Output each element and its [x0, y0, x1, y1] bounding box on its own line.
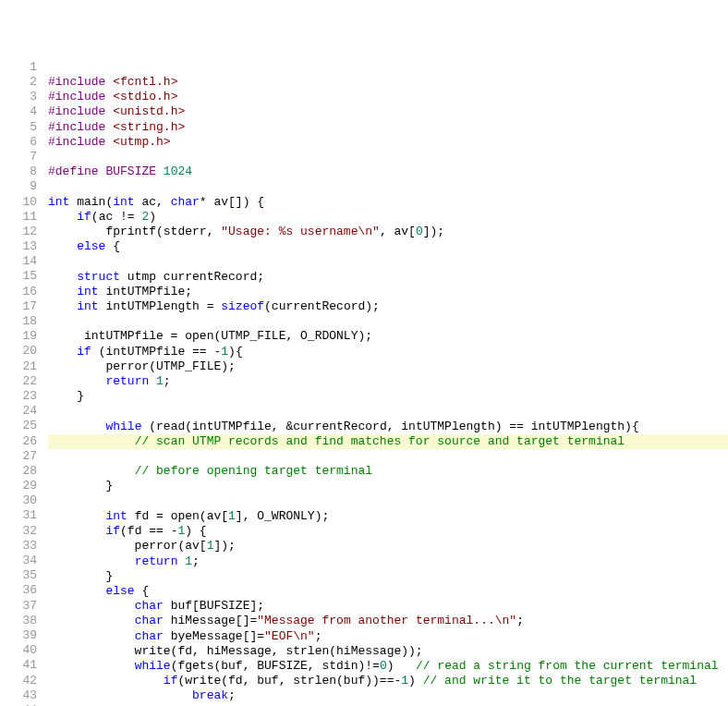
line-number: 25	[0, 419, 37, 433]
line-number: 21	[0, 359, 37, 374]
code-line: // before opening target terminal	[48, 464, 372, 478]
code-area[interactable]: #include <fcntl.h> #include <stdio.h> #i…	[48, 60, 728, 706]
code-line: int intUTMPlength = sizeof(currentRecord…	[48, 299, 380, 313]
code-line: #include <string.h>	[48, 120, 185, 134]
code-line: int main(int ac, char* av[]) {	[48, 195, 264, 209]
code-line: }	[48, 479, 113, 493]
line-number: 13	[0, 239, 37, 254]
line-number: 29	[0, 479, 37, 493]
code-line: fprintf(stderr, "Usage: %s username\n", …	[48, 225, 444, 238]
code-line-highlighted: // scan UTMP records and find matches fo…	[48, 434, 728, 449]
line-number: 39	[0, 628, 37, 643]
line-number: 26	[0, 434, 37, 449]
line-number: 43	[0, 688, 37, 703]
code-line: if (intUTMPfile == -1){	[48, 345, 243, 359]
code-line: else {	[48, 584, 149, 598]
code-line: char hiMessage[]="Message from another t…	[48, 614, 524, 627]
code-line: return 1;	[48, 374, 171, 388]
code-line: #include <stdio.h>	[48, 90, 177, 103]
code-line: if(ac != 2)	[48, 210, 156, 224]
code-line: if(fd == -1) {	[48, 524, 207, 538]
code-line: intUTMPfile = open(UTMP_FILE, O_RDONLY);	[48, 329, 372, 343]
line-number: 19	[0, 329, 37, 344]
line-number: 12	[0, 225, 37, 239]
code-line: }	[48, 569, 113, 583]
code-line: #define BUFSIZE 1024	[48, 164, 192, 178]
code-line: #include <unistd.h>	[48, 104, 185, 118]
line-number: 23	[0, 389, 37, 404]
line-number: 35	[0, 568, 37, 583]
code-line: struct utmp currentRecord;	[48, 270, 264, 284]
line-number: 24	[0, 404, 37, 419]
line-number: 40	[0, 643, 37, 658]
code-line: char buf[BUFSIZE];	[48, 599, 264, 613]
line-number: 6	[0, 135, 37, 150]
code-line: int fd = open(av[1], O_WRONLY);	[48, 509, 329, 523]
code-line: perror(UTMP_FILE);	[48, 359, 236, 373]
code-line: #include <fcntl.h>	[48, 75, 177, 89]
code-line: char byeMessage[]="EOF\n";	[48, 629, 322, 643]
line-number: 5	[0, 120, 37, 135]
line-number: 8	[0, 164, 37, 179]
line-number: 38	[0, 614, 37, 628]
line-number: 22	[0, 374, 37, 389]
line-number: 41	[0, 658, 37, 673]
code-line: break;	[48, 688, 236, 702]
code-line: while (read(intUTMPfile, &currentRecord,…	[48, 420, 639, 433]
line-number: 15	[0, 269, 37, 284]
line-number: 2	[0, 75, 37, 90]
line-number: 3	[0, 90, 37, 104]
code-editor[interactable]: 1234567891011121314151617181920212223242…	[0, 60, 728, 706]
line-number: 33	[0, 539, 37, 554]
code-line: int intUTMPfile;	[48, 285, 192, 298]
line-number: 34	[0, 554, 37, 568]
line-number: 37	[0, 599, 37, 614]
line-number: 28	[0, 464, 37, 479]
code-line: }	[48, 389, 84, 403]
line-number: 36	[0, 583, 37, 598]
line-number: 20	[0, 344, 37, 359]
line-number: 32	[0, 524, 37, 539]
code-line: while(fgets(buf, BUFSIZE, stdin)!=0) // …	[48, 659, 719, 673]
line-number-gutter: 1234567891011121314151617181920212223242…	[0, 60, 48, 706]
line-number: 27	[0, 449, 37, 464]
line-number: 30	[0, 493, 37, 508]
code-line: return 1;	[48, 554, 200, 568]
code-line: if(write(fd, buf, strlen(buf))==-1) // a…	[48, 674, 697, 688]
code-line: else {	[48, 239, 120, 253]
line-number: 10	[0, 195, 37, 210]
line-number: 11	[0, 210, 37, 225]
code-line: perror(av[1]);	[48, 539, 236, 553]
line-number: 7	[0, 150, 37, 164]
line-number: 18	[0, 314, 37, 329]
line-number: 1	[0, 60, 37, 75]
line-number: 17	[0, 299, 37, 314]
code-line: #include <utmp.h>	[48, 135, 171, 149]
line-number: 42	[0, 674, 37, 688]
line-number: 14	[0, 254, 37, 269]
line-number: 9	[0, 179, 37, 194]
line-number: 4	[0, 104, 37, 119]
line-number: 16	[0, 285, 37, 299]
line-number: 31	[0, 508, 37, 523]
code-line: write(fd, hiMessage, strlen(hiMessage));	[48, 644, 423, 658]
